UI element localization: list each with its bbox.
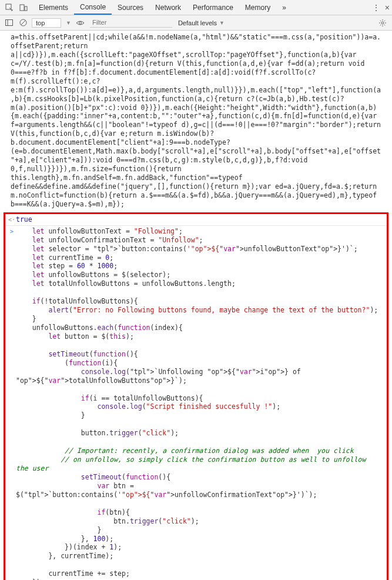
svg-rect-2 [25,6,27,11]
svg-rect-1 [20,5,24,11]
filter-input[interactable] [90,18,172,28]
console-output[interactable]: a=this.offsetParent||cd;while(a&&!m.node… [0,31,392,580]
result-marker-icon: <· [8,215,16,224]
svg-point-7 [79,22,82,24]
tab-memory[interactable]: Memory [239,0,276,15]
console-code-input[interactable]: let unfollowButtonText = "Following"; le… [16,227,387,580]
tab-console[interactable]: Console [74,0,112,15]
minified-code-block: a=this.offsetParent||cd;while(a&&!m.node… [0,32,392,210]
inspect-icon[interactable] [2,1,16,15]
console-input-row[interactable]: > let unfollowButtonText = "Following"; … [5,226,387,580]
tab-sources[interactable]: Sources [112,0,149,15]
context-selector[interactable]: top [32,18,61,28]
highlighted-region: <· true > let unfollowButtonText = "Foll… [4,212,388,580]
console-toolbar: top ▼ Default levels ▼ [0,15,392,31]
kebab-menu-icon[interactable]: ⋮ [372,3,380,12]
device-toggle-icon[interactable] [16,1,31,15]
tab-bar: Elements Console Sources Network Perform… [33,0,372,15]
gear-icon[interactable] [377,19,388,27]
svg-line-6 [21,21,25,25]
tab-more[interactable]: » [276,0,292,15]
input-marker-icon: > [8,227,16,580]
live-expression-icon[interactable] [75,17,86,29]
tab-network[interactable]: Network [149,0,187,15]
clear-icon[interactable] [18,16,28,30]
svg-rect-3 [5,20,12,26]
sidebar-toggle-icon[interactable] [4,16,14,30]
log-levels-selector[interactable]: Default levels ▼ [176,18,227,28]
chevron-down-icon: ▼ [66,20,71,26]
close-icon[interactable]: × [385,3,390,12]
svg-point-8 [381,22,384,24]
tab-elements[interactable]: Elements [33,0,74,15]
main-toolbar: Elements Console Sources Network Perform… [0,0,392,15]
console-result-row: <· true [5,214,387,226]
devtools-panel: Elements Console Sources Network Perform… [0,0,392,580]
tab-performance[interactable]: Performance [187,0,239,15]
